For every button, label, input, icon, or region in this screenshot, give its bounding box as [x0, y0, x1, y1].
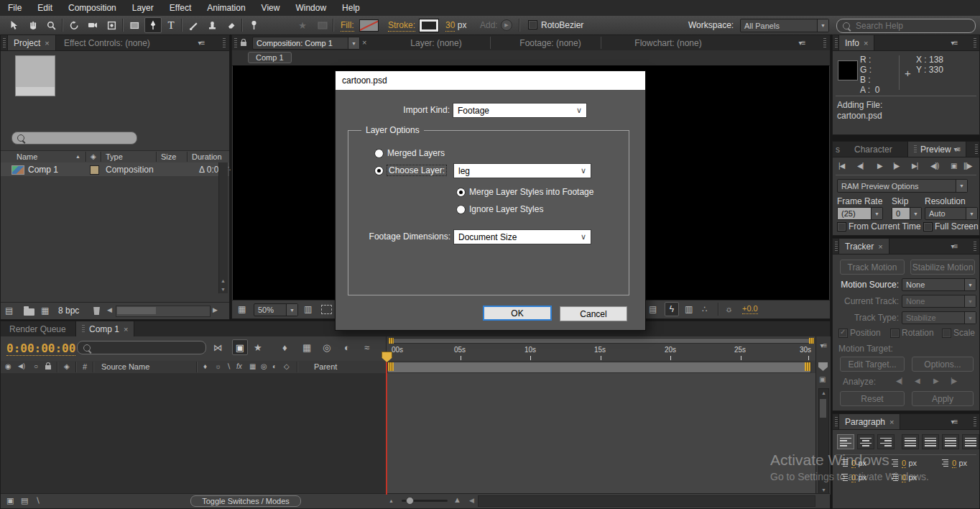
shift-ram-preview-icon[interactable]: |||▶	[963, 162, 971, 170]
transparency-grid-icon[interactable]: ▤	[649, 304, 657, 314]
justify-all-button[interactable]	[962, 434, 979, 449]
scroll-right-icon[interactable]: ▶	[213, 306, 218, 313]
project-horizontal-scrollbar[interactable]	[116, 306, 211, 317]
new-folder-icon[interactable]	[24, 308, 34, 316]
ram-preview-icon[interactable]: ▣	[951, 162, 957, 170]
column-source-name[interactable]: Source Name	[101, 362, 149, 371]
navigator-handle-icon[interactable]	[818, 362, 828, 371]
label-color-swatch[interactable]	[90, 165, 99, 175]
justify-last-left-button[interactable]	[902, 434, 919, 449]
hand-tool-icon[interactable]	[24, 18, 40, 32]
menu-view[interactable]: View	[254, 3, 288, 13]
track-lane-area[interactable]	[386, 373, 816, 495]
panel-grip-icon[interactable]	[835, 417, 838, 426]
apply-button[interactable]: Apply	[912, 391, 974, 406]
indent-left-value[interactable]: 0	[851, 459, 856, 468]
camera-tool-icon[interactable]	[85, 18, 101, 32]
magnification-dropdown[interactable]: 50%▼	[254, 303, 298, 316]
tab-character[interactable]: Character	[849, 142, 898, 157]
tab-flowchart[interactable]: Flowchart: (none)	[601, 35, 735, 50]
work-area-start-handle[interactable]	[389, 338, 394, 344]
position-checkbox[interactable]	[838, 329, 848, 338]
fast-previews-icon[interactable]: ϟ	[665, 302, 679, 316]
tab-project[interactable]: Project×	[7, 35, 56, 50]
panel-grip-icon[interactable]	[975, 145, 978, 154]
tab-fragment[interactable]: s	[833, 142, 843, 157]
live-update-icon[interactable]: ▣	[232, 339, 248, 355]
align-center-button[interactable]	[857, 434, 874, 449]
brainstorm-icon[interactable]: ♦	[282, 342, 287, 353]
cancel-button[interactable]: Cancel	[560, 306, 627, 321]
interpret-footage-icon[interactable]: ▤	[5, 306, 13, 316]
toggle-switches-modes-button[interactable]: Toggle Switches / Modes	[190, 495, 301, 507]
scroll-up-icon[interactable]: ▲	[821, 390, 826, 395]
ok-button[interactable]: OK	[483, 306, 552, 321]
lock-icon[interactable]	[241, 42, 246, 46]
switch-3d-icon[interactable]: ◇	[284, 362, 290, 370]
project-vertical-scrollbar[interactable]: ▲ ▼	[218, 162, 228, 293]
close-icon[interactable]: ×	[864, 39, 868, 47]
fill-swatch[interactable]	[359, 19, 379, 32]
expand-in-out-icon[interactable]: ∖	[35, 496, 40, 505]
current-time-display[interactable]: 0:00:00:00	[6, 341, 75, 356]
exposure-reset-icon[interactable]: ☼	[725, 304, 733, 314]
footage-dimensions-dropdown[interactable]: Document Size∨	[453, 229, 591, 244]
stroke-width-value[interactable]: 30	[445, 20, 455, 32]
motion-source-dropdown[interactable]: None▼	[902, 278, 976, 291]
dialog-title-bar[interactable]: cartoon.psd	[336, 71, 645, 90]
tab-footage[interactable]: Footage: (none)	[491, 35, 610, 50]
breadcrumb-comp[interactable]: Comp 1	[248, 52, 292, 63]
close-icon[interactable]: ×	[889, 418, 894, 426]
expand-transfer-controls-icon[interactable]: ▤	[21, 496, 28, 505]
tab-layer[interactable]: Layer: (none)	[373, 35, 499, 50]
merge-layer-styles-radio[interactable]	[456, 188, 466, 197]
skip-dropdown[interactable]: 0▼	[892, 207, 922, 220]
switch-quality-icon[interactable]: ☼	[215, 362, 221, 370]
label-tag-icon[interactable]: ◈	[91, 152, 96, 160]
comp-marker-bin-icon[interactable]: ▣	[819, 375, 826, 383]
frame-rate-dropdown[interactable]: (25)▼	[837, 207, 883, 220]
column-parent[interactable]: Parent	[314, 362, 337, 371]
panel-grip-icon[interactable]	[3, 38, 6, 47]
work-area-end-handle[interactable]	[805, 362, 810, 371]
search-help-box[interactable]	[836, 19, 976, 33]
auto-keyframe-icon[interactable]: ◐	[344, 342, 350, 353]
panel-grip-icon[interactable]	[223, 38, 226, 47]
workspace-star-icon[interactable]: ★	[295, 18, 310, 32]
justify-last-right-button[interactable]	[942, 434, 959, 449]
sort-asc-icon[interactable]: ▲	[75, 154, 80, 159]
draft-3d-icon[interactable]: ★	[254, 342, 262, 353]
new-composition-icon[interactable]: ▦	[41, 306, 49, 316]
tab-render-queue[interactable]: Render Queue	[4, 321, 72, 336]
timeline-button-icon[interactable]: ▥	[685, 304, 693, 314]
switch-adjustment-icon[interactable]: ◐	[272, 362, 277, 370]
frame-blending-icon[interactable]: ▦	[302, 342, 311, 353]
menu-composition[interactable]: Composition	[60, 3, 124, 13]
brush-tool-icon[interactable]	[185, 18, 201, 32]
tab-info[interactable]: Info×	[838, 35, 874, 50]
stroke-swatch[interactable]	[419, 19, 439, 32]
type-tool-icon[interactable]: T	[163, 18, 179, 32]
audio-icon[interactable]: ◀)	[18, 362, 25, 370]
close-icon[interactable]: ×	[124, 325, 128, 334]
analyze-forward-frame-icon[interactable]: |▶	[951, 377, 956, 385]
panel-grip-icon[interactable]	[914, 145, 917, 154]
track-motion-button[interactable]: Track Motion	[840, 260, 905, 275]
scale-checkbox[interactable]	[942, 329, 951, 338]
scroll-down-icon[interactable]: ▼	[221, 287, 226, 292]
options-button[interactable]: Options...	[912, 357, 974, 372]
project-item-row[interactable]: Comp 1 Composition Δ 0:00 ∴	[1, 162, 229, 176]
shape-tool-icon[interactable]	[126, 18, 142, 32]
panel-menu-icon[interactable]: ▾≡	[192, 37, 211, 48]
indent-right-value[interactable]: 0	[952, 459, 956, 468]
panel-grip-icon[interactable]	[82, 325, 85, 334]
menu-file[interactable]: File	[0, 3, 29, 13]
align-left-button[interactable]	[837, 434, 854, 449]
always-preview-icon[interactable]: ▦	[238, 304, 246, 314]
menu-animation[interactable]: Animation	[199, 3, 253, 13]
zoom-out-mountain-icon[interactable]: ▲	[389, 498, 394, 503]
play-icon[interactable]: ▶	[877, 162, 883, 170]
panel-grip-icon[interactable]	[234, 38, 237, 47]
work-area-start-handle[interactable]	[388, 362, 394, 371]
color-depth-label[interactable]: 8 bpc	[58, 306, 79, 316]
